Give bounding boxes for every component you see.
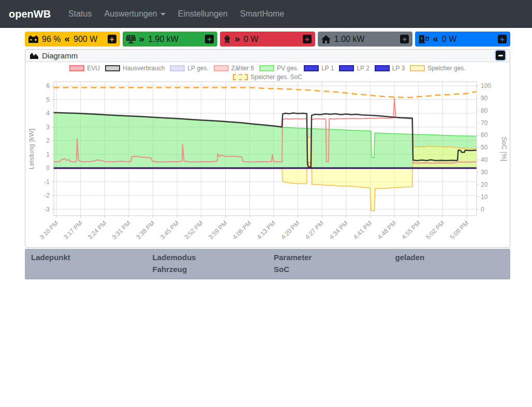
- plus-square-icon[interactable]: +: [303, 35, 312, 43]
- legend-label: LP 2: [357, 65, 369, 72]
- legend-label: LP ges.: [187, 65, 208, 72]
- house-power-value: 1.00 kW: [334, 35, 365, 44]
- svg-text:0: 0: [481, 206, 484, 213]
- svg-text:40: 40: [481, 156, 488, 163]
- svg-text:6: 6: [46, 82, 50, 89]
- svg-text:4:48 PM: 4:48 PM: [376, 219, 398, 241]
- legend-label: EVU: [87, 65, 100, 72]
- svg-text:5:09 PM: 5:09 PM: [449, 219, 470, 241]
- svg-text:0: 0: [46, 164, 50, 172]
- svg-text:3:38 PM: 3:38 PM: [135, 219, 156, 241]
- legend-swatch-icon: [259, 65, 274, 71]
- svg-text:4:55 PM: 4:55 PM: [400, 219, 422, 241]
- col-parameter: Parameter: [268, 251, 389, 263]
- svg-text:3:52 PM: 3:52 PM: [183, 219, 204, 241]
- svg-text:70: 70: [481, 119, 488, 127]
- legend-item: Hausverbrauch: [105, 65, 165, 72]
- svg-text:-1: -1: [44, 178, 50, 186]
- legend-label: Zähler 6: [231, 65, 254, 72]
- nav-item-status[interactable]: Status: [62, 5, 98, 23]
- svg-text:4:34 PM: 4:34 PM: [328, 219, 349, 241]
- chargepoint-table: Ladepunkt Lademodus Parameter geladen Fa…: [25, 249, 510, 279]
- battery-soc-value: 96 %: [42, 35, 61, 44]
- svg-text:3:31 PM: 3:31 PM: [111, 219, 132, 241]
- svg-text:1: 1: [46, 151, 50, 158]
- badge-battery-soc[interactable]: 96 % « 900 W +: [25, 32, 120, 47]
- badge-house-power[interactable]: 1.00 kW +: [318, 32, 413, 47]
- svg-text:-3: -3: [44, 206, 50, 213]
- chart-legend-row1: EVUHausverbrauchLP ges.Zähler 6PV ges.LP…: [25, 65, 510, 72]
- legend-swatch-icon: [69, 65, 84, 71]
- legend-label: Speicher ges. SoC: [250, 73, 302, 81]
- plus-square-icon[interactable]: +: [400, 35, 409, 43]
- col-ladepunkt: Ladepunkt: [25, 251, 146, 263]
- svg-text:3:45 PM: 3:45 PM: [159, 219, 181, 241]
- angle-double-right-icon: »: [234, 34, 240, 43]
- legend-swatch-icon: [375, 65, 390, 71]
- battery-power-value: 900 W: [73, 35, 97, 44]
- chargepoint-power-value: 0 W: [442, 35, 456, 44]
- legend-label: LP 3: [392, 65, 405, 72]
- plus-square-icon[interactable]: +: [108, 35, 116, 43]
- brand-openwb[interactable]: openWB: [9, 8, 51, 20]
- diagram-title: Diagramm: [30, 51, 78, 60]
- status-badge-row: 96 % « 900 W + » 1.90 kW + » 0 W + 1.00 …: [25, 32, 510, 47]
- svg-text:80: 80: [481, 107, 488, 114]
- legend-swatch-icon: [105, 65, 120, 71]
- collapse-minus-square-button[interactable]: [496, 51, 505, 60]
- grid-power-value: 0 W: [244, 35, 258, 44]
- legend-swatch-icon: [339, 65, 354, 71]
- nav-item-einstellungen[interactable]: Einstellungen: [172, 5, 234, 23]
- legend-label: Hausverbrauch: [123, 65, 165, 72]
- plus-square-icon[interactable]: +: [498, 35, 507, 43]
- diagram-card: Diagramm EVUHausverbrauchLP ges.Zähler 6…: [25, 49, 510, 248]
- svg-text:4:20 PM: 4:20 PM: [279, 219, 301, 241]
- badge-grid-power[interactable]: » 0 W +: [220, 32, 315, 47]
- legend-item: Speicher ges.: [410, 65, 465, 72]
- plus-square-icon[interactable]: +: [205, 35, 214, 43]
- pv-power-value: 1.90 kW: [148, 35, 179, 44]
- svg-text:5:02 PM: 5:02 PM: [424, 219, 446, 241]
- badge-chargepoint-power[interactable]: « 0 W +: [415, 32, 510, 47]
- area-chart-icon: [30, 52, 38, 59]
- legend-item: Zähler 6: [214, 65, 254, 72]
- col-fahrzeug: Fahrzeug: [146, 263, 268, 275]
- svg-text:100: 100: [481, 82, 491, 89]
- legend-label: Speicher ges.: [427, 65, 465, 72]
- transmission-tower-icon: [224, 35, 231, 43]
- car-battery-icon: [28, 35, 38, 43]
- svg-text:SoC [%]: SoC [%]: [500, 137, 508, 161]
- badge-pv-power[interactable]: » 1.90 kW +: [123, 32, 218, 47]
- legend-label: LP 1: [321, 65, 334, 72]
- svg-text:3:17 PM: 3:17 PM: [62, 219, 84, 241]
- legend-swatch-icon: [304, 65, 319, 71]
- svg-text:30: 30: [481, 169, 488, 176]
- svg-text:90: 90: [481, 95, 488, 102]
- power-chart: 6543210-1-2-310090807060504030201003:10 …: [25, 81, 510, 245]
- svg-text:2: 2: [46, 137, 50, 144]
- svg-text:20: 20: [481, 181, 488, 188]
- chevron-down-icon: [160, 13, 166, 16]
- navbar: openWB Status Auswertungen Einstellungen…: [0, 0, 532, 28]
- svg-text:10: 10: [481, 193, 488, 201]
- svg-text:3:10 PM: 3:10 PM: [38, 219, 60, 241]
- svg-text:60: 60: [481, 131, 488, 139]
- legend-item: PV ges.: [259, 65, 299, 72]
- nav-item-auswertungen[interactable]: Auswertungen: [98, 5, 171, 23]
- nav-item-smarthome[interactable]: SmartHome: [234, 5, 290, 23]
- table-header-row-1: Ladepunkt Lademodus Parameter geladen: [25, 251, 510, 263]
- legend-swatch-icon: [233, 74, 248, 80]
- legend-item: LP ges.: [170, 65, 208, 72]
- legend-item: LP 2: [339, 65, 369, 72]
- chart-legend-row2: Speicher ges. SoC: [25, 73, 510, 81]
- svg-text:4:13 PM: 4:13 PM: [255, 219, 277, 241]
- legend-label: PV ges.: [277, 65, 299, 72]
- svg-text:5: 5: [46, 96, 50, 103]
- col-soc: SoC: [268, 263, 389, 275]
- legend-swatch-icon: [410, 65, 425, 71]
- table-header-row-2: Fahrzeug SoC: [25, 263, 510, 275]
- legend-item: EVU: [69, 65, 100, 72]
- legend-item: Speicher ges. SoC: [233, 73, 302, 81]
- svg-text:4:27 PM: 4:27 PM: [304, 219, 326, 241]
- legend-swatch-icon: [214, 65, 229, 71]
